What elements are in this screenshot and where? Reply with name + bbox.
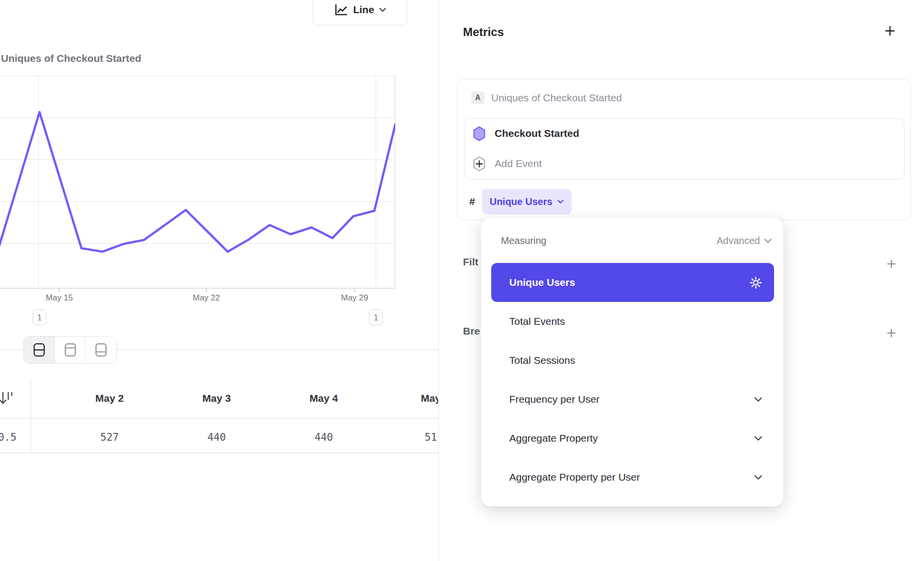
table-column-header[interactable]: May 3 — [203, 393, 231, 404]
top-panel-icon — [64, 342, 77, 357]
menu-item-unique-users[interactable]: Unique Users — [491, 263, 774, 302]
menu-item-aggregate-property[interactable]: Aggregate Property — [491, 419, 774, 458]
menu-item-frequency-per-user[interactable]: Frequency per User — [491, 380, 774, 419]
metrics-section-title: Metrics — [463, 25, 504, 39]
x-axis-tick-label: May 29 — [333, 293, 376, 303]
chart-pane: Line Uniques of Checkout Started May 15M… — [0, 0, 438, 561]
pagination-badge-right[interactable]: 1 — [369, 310, 383, 325]
table-cell: 440 — [314, 431, 333, 443]
measurement-label: Unique Users — [490, 196, 553, 207]
event-hexagon-icon — [473, 126, 486, 141]
event-name: Checkout Started — [495, 128, 579, 139]
add-filter-button[interactable]: + — [887, 255, 896, 272]
layout-chart-only-button[interactable] — [55, 337, 86, 363]
horizontal-gridlines — [0, 76, 395, 243]
table-row-label: 0.5 — [0, 431, 17, 443]
chart-type-dropdown[interactable]: Line — [313, 0, 407, 25]
line-chart[interactable] — [0, 75, 395, 293]
advanced-toggle[interactable]: Advanced — [717, 235, 772, 246]
count-symbol: # — [469, 196, 475, 207]
menu-item-aggregate-property-per-user[interactable]: Aggregate Property per User — [491, 458, 774, 497]
add-metric-button[interactable]: + — [885, 21, 895, 40]
x-axis-tick-label: May 22 — [185, 293, 228, 303]
event-row[interactable]: Checkout Started — [473, 126, 579, 141]
measurement-dropdown[interactable]: Unique Users — [482, 189, 572, 214]
filters-section-title: Filt — [463, 256, 482, 268]
add-event-label: Add Event — [495, 158, 542, 169]
measuring-dropdown-menu: Measuring Advanced Unique UsersTotal Eve… — [481, 218, 783, 506]
line-chart-icon — [333, 2, 348, 17]
table-column-separator — [30, 379, 31, 452]
table-column-header[interactable]: May — [421, 393, 438, 404]
menu-item-label: Unique Users — [509, 277, 575, 288]
table-cell: 440 — [207, 431, 226, 443]
gear-icon — [749, 276, 762, 289]
metric-letter-badge: A — [471, 91, 484, 104]
chevron-down-icon — [557, 200, 564, 204]
metric-name[interactable]: Uniques of Checkout Started — [491, 92, 622, 104]
metric-card: A Uniques of Checkout Started Checkout S… — [457, 79, 911, 221]
menu-item-label: Total Events — [509, 316, 565, 327]
menu-item-label: Aggregate Property per User — [509, 471, 640, 483]
measuring-label: Measuring — [501, 235, 546, 246]
layout-table-only-button[interactable] — [85, 337, 116, 363]
table-column-header[interactable]: May 2 — [95, 393, 124, 404]
x-axis-ticks — [59, 288, 355, 292]
chart-title: Uniques of Checkout Started — [1, 53, 141, 64]
bottom-panel-icon — [94, 342, 108, 357]
layout-toggle-group — [23, 336, 117, 364]
table-header-underline — [0, 418, 438, 419]
series-line — [0, 112, 395, 252]
table-bottom-border — [0, 452, 438, 453]
table-cell: 51 — [425, 431, 437, 443]
table-column-header[interactable]: May 4 — [310, 393, 338, 404]
pagination-badge-left[interactable]: 1 — [33, 310, 46, 325]
x-axis-tick-label: May 15 — [37, 293, 81, 303]
menu-item-total-events[interactable]: Total Events — [491, 302, 774, 341]
split-view-icon — [33, 342, 46, 357]
menu-item-label: Total Sessions — [509, 355, 575, 366]
query-builder-panel: Metrics + A Uniques of Checkout Started … — [438, 0, 924, 561]
event-card: Checkout Started Add Event — [464, 118, 905, 180]
chevron-down-icon — [379, 8, 386, 12]
add-breakdown-button[interactable]: + — [887, 324, 896, 341]
menu-item-label: Aggregate Property — [509, 432, 598, 444]
chart-type-label: Line — [353, 4, 374, 16]
chevron-down-icon — [754, 397, 762, 402]
add-event-row[interactable]: Add Event — [473, 156, 542, 171]
sort-descending-icon[interactable] — [0, 390, 18, 409]
table-cell: 527 — [100, 431, 119, 443]
layout-split-view-button[interactable] — [24, 337, 55, 363]
chevron-down-icon — [754, 475, 762, 480]
menu-item-total-sessions[interactable]: Total Sessions — [491, 341, 774, 380]
add-event-hexagon-icon — [473, 156, 486, 171]
menu-item-label: Frequency per User — [509, 393, 600, 405]
chevron-down-icon — [764, 239, 772, 243]
vertical-gridlines — [38, 75, 376, 288]
breakdowns-section-title: Bre — [463, 325, 482, 337]
chevron-down-icon — [754, 436, 762, 441]
advanced-label: Advanced — [717, 235, 760, 246]
